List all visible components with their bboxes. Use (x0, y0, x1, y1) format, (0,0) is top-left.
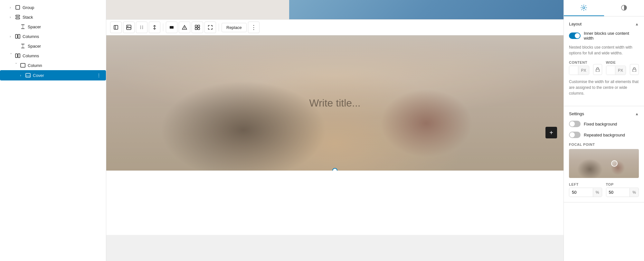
focal-dot[interactable] (611, 160, 618, 167)
layout-section-header: Layout ▲ (569, 22, 639, 26)
chevron-down-icon: › (8, 53, 13, 58)
inner-blocks-toggle-row: Inner blocks use content width (569, 31, 639, 41)
sidebar-item-column[interactable]: › Column (0, 61, 106, 70)
left-coord-label: LEFT (569, 182, 602, 186)
sidebar-item-label: Stack (23, 15, 102, 20)
svg-rect-16 (114, 25, 118, 29)
top-coord-input-wrap: % (606, 188, 639, 197)
gear-icon (581, 5, 587, 11)
item-options-button[interactable]: ⋮ (96, 72, 102, 79)
top-coord-col: TOP % (606, 182, 639, 197)
stack-icon (15, 14, 21, 20)
right-panel: Layout ▲ Inner blocks use content width … (564, 0, 644, 261)
top-coord-label: TOP (606, 182, 639, 186)
sidebar-item-group[interactable]: › Group (0, 3, 106, 12)
sidebar-item-columns1[interactable]: › Columns (0, 32, 106, 41)
svg-rect-1 (16, 15, 20, 16)
sidebar-item-label: Spacer (28, 44, 102, 49)
fixed-bg-toggle[interactable] (569, 121, 581, 127)
focal-point-preview[interactable] (569, 149, 639, 178)
chevron-down-icon: › (13, 63, 18, 68)
wide-width-unit: PX (615, 66, 626, 75)
grid-button[interactable] (192, 22, 203, 33)
svg-rect-30 (195, 25, 197, 27)
svg-rect-37 (633, 69, 636, 72)
repeated-bg-toggle[interactable] (569, 132, 581, 138)
customize-desc: Customise the width for all elements tha… (569, 79, 639, 96)
wide-lock-button[interactable] (630, 64, 639, 75)
more-options-button[interactable]: ⋮ (248, 22, 260, 33)
svg-rect-31 (198, 25, 200, 27)
chevron-icon: › (8, 14, 13, 20)
svg-point-22 (140, 28, 141, 29)
left-coord-unit: % (593, 188, 602, 197)
sidebar-item-label: Spacer (28, 24, 102, 29)
sidebar-item-columns2[interactable]: › Columns (0, 51, 106, 61)
alert-button[interactable] (179, 22, 190, 33)
left-coord-col: LEFT % (569, 182, 602, 197)
svg-point-29 (184, 28, 185, 29)
svg-point-23 (142, 26, 143, 26)
chevron-icon: › (8, 5, 13, 10)
replace-button[interactable]: Replace (222, 23, 247, 32)
move-up-down-button[interactable] (149, 22, 160, 33)
cover-block: Write title... + (106, 35, 564, 171)
repeated-bg-row: Repeated background (569, 132, 639, 138)
settings-section: Settings ▲ Fixed background Repeated bac… (564, 106, 644, 202)
wide-width-input[interactable] (606, 66, 615, 75)
focal-coords-row: LEFT % TOP % (569, 182, 639, 197)
svg-rect-33 (198, 28, 200, 30)
layout-section: Layout ▲ Inner blocks use content width … (564, 16, 644, 106)
settings-collapse-button[interactable]: ▲ (635, 112, 639, 116)
svg-point-25 (142, 28, 143, 29)
columns-icon (15, 53, 21, 59)
svg-rect-7 (18, 34, 20, 38)
sidebar-item-spacer1[interactable]: › Spacer (0, 22, 106, 32)
expand-button[interactable] (204, 22, 216, 33)
svg-point-24 (142, 27, 143, 28)
layout-collapse-button[interactable]: ▲ (635, 22, 639, 26)
fixed-bg-row: Fixed background (569, 121, 639, 127)
svg-rect-6 (15, 34, 17, 38)
content-width-unit: PX (578, 66, 589, 75)
sidebar-item-label: Group (23, 5, 102, 10)
sidebar-item-label: Column (28, 63, 102, 68)
sidebar-item-stack[interactable]: › Stack (0, 12, 106, 22)
cover-image (106, 35, 564, 171)
sidebar-item-cover[interactable]: › Cover ⋮ (0, 70, 106, 80)
sidebar-item-label: Cover (33, 73, 94, 78)
align-left-button[interactable] (166, 22, 177, 33)
toggle-thumb (570, 121, 575, 126)
svg-point-34 (583, 7, 585, 9)
width-lock-button[interactable] (593, 64, 602, 75)
content-width-input[interactable] (569, 66, 578, 75)
sidebar-item-spacer2[interactable]: › Spacer (0, 41, 106, 51)
left-coord-input[interactable] (569, 188, 593, 197)
inner-blocks-label: Inner blocks use content width (584, 31, 639, 41)
square-icon (15, 5, 21, 10)
repeated-bg-label: Repeated background (584, 133, 625, 137)
svg-rect-11 (15, 54, 17, 58)
tab-style[interactable] (604, 0, 644, 16)
inner-blocks-toggle[interactable] (569, 33, 581, 39)
image-button[interactable] (123, 22, 135, 33)
top-image-area (106, 0, 564, 19)
chevron-icon: › (8, 34, 13, 39)
drag-handle-button[interactable] (136, 22, 147, 33)
width-inputs-row: CONTENT PX WIDE PX (569, 61, 639, 75)
svg-rect-32 (195, 28, 197, 30)
tab-settings[interactable] (564, 0, 604, 16)
cover-icon (25, 72, 31, 78)
wide-width-col: WIDE PX (606, 61, 626, 75)
cover-add-block-button[interactable]: + (545, 127, 557, 138)
toggle-thumb (575, 33, 580, 38)
top-image-content (289, 0, 564, 19)
panel-tabs (564, 0, 644, 16)
sidebar-item-label: Columns (23, 53, 102, 58)
svg-rect-0 (16, 5, 20, 9)
settings-title: Settings (569, 111, 584, 116)
svg-rect-2 (16, 18, 20, 19)
below-cover-area (106, 171, 564, 235)
top-coord-input[interactable] (606, 188, 630, 197)
sidebar-toggle-button[interactable] (110, 22, 122, 33)
